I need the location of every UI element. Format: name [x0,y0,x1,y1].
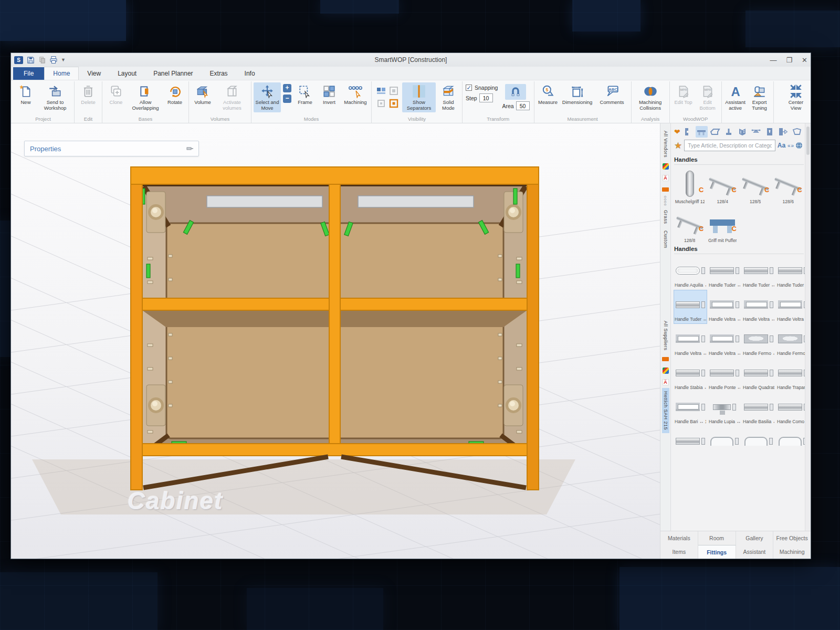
handle-drawing-item[interactable]: Handle Tuder ↔ 12... [742,256,775,289]
vendor-logo-blum-icon[interactable] [662,355,670,363]
magnet-toggle[interactable] [505,84,526,100]
frame-button[interactable]: Frame [293,82,317,107]
show-fronts-icon[interactable] [376,86,386,96]
handle-drawing-item[interactable]: Handle Ponte ↔ 19... [708,359,741,392]
vendor-logo-hafele-icon[interactable]: Ä [662,174,670,182]
panel-tab[interactable]: Room [698,531,736,545]
fitting-search-input[interactable] [684,140,775,151]
category-brackets-icon[interactable] [736,126,748,138]
assistant-active-button[interactable]: A Assistant active [724,82,747,112]
handle-drawing-item[interactable]: Handle Fermo ↔ 6... [742,324,775,358]
vendor-logo-hafele-icon[interactable]: Ä [662,378,670,386]
vendor-logo-stripes-icon[interactable] [662,366,670,375]
favorites-star-icon[interactable]: ★ [674,141,682,150]
dimensioning-button[interactable]: Dimensioning [561,82,594,107]
category-drawers-icon[interactable] [709,126,721,138]
handle-drawing-item[interactable]: Handle Lupia ↔ 32... [708,393,741,426]
panel-tab[interactable]: Free Objects [773,531,811,545]
panel-tab[interactable]: Gallery [736,531,774,545]
handle-drawing-item[interactable]: Handle Tuder ↔ 96... [708,256,741,289]
invert-button[interactable]: Invert [318,82,341,107]
globe-icon[interactable] [795,142,803,149]
machining-mode-button[interactable]: Machining [342,82,369,107]
handle-drawing-item[interactable]: Handle Fermo ↔ 6... [776,324,805,358]
send-to-workshop-button[interactable]: Send to Workshop [38,82,72,112]
text-size-button[interactable]: Aa [778,142,785,149]
product-card[interactable]: C Griff mit Puffer [707,206,739,244]
show-separators-button[interactable]: Show Separators [402,82,436,112]
measure-button[interactable]: 5 Measure [537,82,560,107]
collapse-chevrons[interactable]: « » [788,143,793,149]
product-card[interactable]: C 128/5 [740,167,771,205]
save-icon[interactable] [26,56,35,64]
handle-drawing-item[interactable] [742,427,775,460]
product-card[interactable]: C 128/8 [674,206,706,244]
handle-drawing-item[interactable]: Handle Quadrata ↔... [742,359,775,392]
clone-button[interactable]: Clone [104,82,128,107]
construction-canvas[interactable]: Cabinet Properties [11,123,660,559]
handle-drawing-item[interactable]: Handle Aquilia ↔ 1... [674,256,707,289]
plus-button[interactable]: + [283,84,291,92]
category-leveler-icon[interactable] [750,126,762,138]
menu-tab[interactable]: Layout [109,67,145,80]
cabinet-3d-model[interactable] [131,167,539,490]
menu-tab[interactable]: File [13,67,44,80]
close-button[interactable]: ✕ [802,56,807,64]
panel-scrollbar[interactable] [805,123,811,531]
product-card[interactable]: C Muschelgriff 120/40... [674,167,706,205]
handle-drawing-item[interactable]: Handle Tuder ↔ 22... [674,290,707,323]
panel-tab[interactable]: Materials [660,531,698,545]
vendor-tab-all-vendors[interactable]: All Vendors [662,128,669,161]
handle-drawing-item[interactable]: Handle Trapani ↔ ... [776,359,805,392]
handle-drawing-item[interactable]: Handle Bari ↔ 160... [674,393,707,426]
rotate-button[interactable]: Rotate [163,82,186,107]
product-card[interactable]: C 128/4 [707,167,739,205]
minimize-button[interactable]: — [770,56,776,64]
area-input[interactable]: 50 [516,101,530,110]
snapping-checkbox[interactable]: ✓ [466,85,472,91]
handle-drawing-item[interactable]: Handle Basilia ↔ 1... [742,393,775,426]
menu-tab[interactable]: Home [44,67,79,80]
menu-tab[interactable]: View [79,67,109,80]
category-connectors-icon[interactable] [777,126,789,138]
allow-overlapping-button[interactable]: Allow Overlapping [129,82,162,112]
panel-tab[interactable]: Items [660,545,698,559]
handle-drawing-item[interactable]: Handle Stabia ↔ 9... [674,359,707,392]
handle-drawing-item[interactable]: Handle Veltra ↔ 2... [708,290,741,323]
copy-icon[interactable] [38,56,46,64]
vendor-tab-custom[interactable]: Custom [662,227,669,251]
show-panel-orange-icon[interactable] [388,98,399,109]
panel-tab[interactable]: Fittings [698,545,736,559]
handle-drawing-item[interactable]: Handle Veltra ↔ 2... [776,290,805,323]
delete-button[interactable]: Delete [77,82,100,107]
menu-tab[interactable]: Info [236,67,264,80]
handle-drawing-item[interactable] [708,427,741,460]
category-feet-icon[interactable] [723,126,735,138]
restore-button[interactable]: ❐ [786,56,792,64]
menu-tab[interactable]: Extras [202,67,236,80]
product-card[interactable]: C 128/6 [773,167,804,205]
activate-volumes-button[interactable]: Activate volumes [215,82,249,112]
category-corner-icon[interactable] [791,126,803,138]
properties-panel[interactable]: Properties [24,141,199,156]
category-hinges-icon[interactable] [682,126,694,138]
show-panel-gray-icon[interactable] [388,86,399,96]
edit-bottom-button[interactable]: MPR Edit Bottom [696,82,719,112]
vendor-logo-rings-icon[interactable]: oooo [662,197,670,205]
pin-icon[interactable] [186,145,193,152]
panel-tab[interactable]: Machining [773,545,811,559]
qat-dropdown-icon[interactable]: ▼ [61,57,66,62]
category-handles-icon[interactable] [696,126,708,138]
vendor-tab-grass[interactable]: Grass [662,207,669,227]
solid-mode-button[interactable]: Solid Mode [437,82,460,112]
category-locks-icon[interactable] [763,126,775,138]
edit-top-button[interactable]: MPR Edit Top [672,82,695,107]
center-view-button[interactable]: Center View [784,82,807,112]
print-icon[interactable] [49,56,58,64]
title-bar[interactable]: S ▼ SmartWOP [Construction] — ❐ ✕ [11,53,811,67]
show-panel-small-icon[interactable] [376,98,386,109]
handle-drawing-item[interactable]: Handle Tuder ↔ 16... [776,256,805,289]
step-input[interactable]: 10 [479,93,493,102]
vendor-tab-all-suppliers[interactable]: All Suppliers [662,318,669,354]
new-button[interactable]: New [14,82,37,107]
